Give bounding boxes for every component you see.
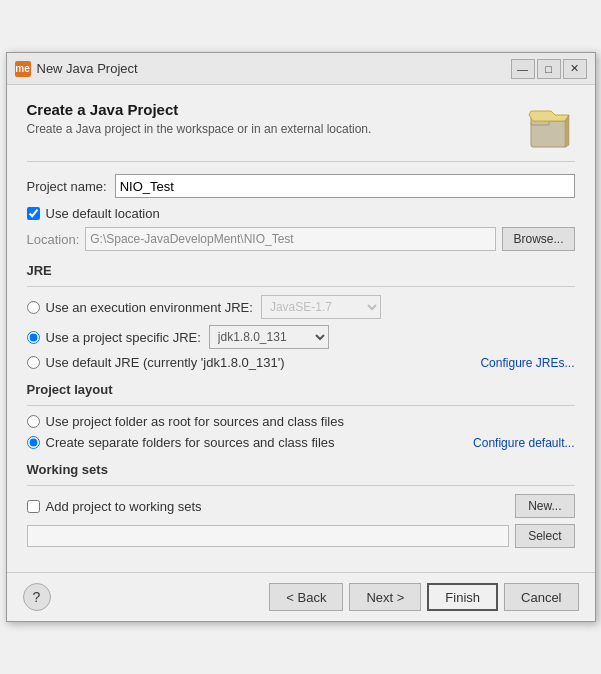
- jre-section-divider: [27, 286, 575, 287]
- layout-option1-row: Use project folder as root for sources a…: [27, 414, 575, 429]
- browse-button[interactable]: Browse...: [502, 227, 574, 251]
- layout-option1-label: Use project folder as root for sources a…: [46, 414, 344, 429]
- jre-option1-select[interactable]: JavaSE-1.7: [261, 295, 381, 319]
- titlebar: me New Java Project — □ ✕: [7, 53, 595, 85]
- default-location-row: Use default location: [27, 206, 575, 221]
- page-title: Create a Java Project: [27, 101, 372, 118]
- jre-option1-label: Use an execution environment JRE:: [46, 300, 253, 315]
- header-divider: [27, 161, 575, 162]
- jre-section-title: JRE: [27, 263, 575, 278]
- jre-option3-row: Use default JRE (currently 'jdk1.8.0_131…: [27, 355, 575, 370]
- working-sets-section: Working sets Add project to working sets…: [27, 462, 575, 548]
- layout-option2-radio[interactable]: [27, 436, 40, 449]
- back-button[interactable]: < Back: [269, 583, 343, 611]
- button-bar: ? < Back Next > Finish Cancel: [7, 572, 595, 621]
- location-label: Location:: [27, 232, 80, 247]
- page-header: Create a Java Project Create a Java proj…: [27, 101, 575, 149]
- working-sets-input-row: Select: [27, 524, 575, 548]
- close-button[interactable]: ✕: [563, 59, 587, 79]
- page-subtitle: Create a Java project in the workspace o…: [27, 122, 372, 136]
- header-icon: [527, 101, 575, 149]
- cancel-button[interactable]: Cancel: [504, 583, 578, 611]
- jre-option1-row: Use an execution environment JRE: JavaSE…: [27, 295, 575, 319]
- add-to-working-sets-label: Add project to working sets: [46, 499, 202, 514]
- project-name-input[interactable]: [115, 174, 575, 198]
- window-title: New Java Project: [37, 61, 138, 76]
- working-sets-divider: [27, 485, 575, 486]
- use-default-location-checkbox[interactable]: [27, 207, 40, 220]
- maximize-button[interactable]: □: [537, 59, 561, 79]
- next-button[interactable]: Next >: [349, 583, 421, 611]
- main-window: me New Java Project — □ ✕ Create a Java …: [6, 52, 596, 622]
- add-to-working-sets-checkbox[interactable]: [27, 500, 40, 513]
- minimize-button[interactable]: —: [511, 59, 535, 79]
- working-sets-input[interactable]: [27, 525, 510, 547]
- jre-option2-radio[interactable]: [27, 331, 40, 344]
- location-row: Location: Browse...: [27, 227, 575, 251]
- configure-jres-link[interactable]: Configure JREs...: [480, 356, 574, 370]
- app-icon: me: [15, 61, 31, 77]
- dialog-content: Create a Java Project Create a Java proj…: [7, 85, 595, 572]
- jre-section: JRE Use an execution environment JRE: Ja…: [27, 263, 575, 370]
- location-input[interactable]: [85, 227, 496, 251]
- layout-section-title: Project layout: [27, 382, 575, 397]
- jre-option2-row: Use a project specific JRE: jdk1.8.0_131: [27, 325, 575, 349]
- layout-option2-label: Create separate folders for sources and …: [46, 435, 335, 450]
- add-to-working-sets-row: Add project to working sets: [27, 499, 202, 514]
- layout-option2-row: Create separate folders for sources and …: [27, 435, 575, 450]
- finish-button[interactable]: Finish: [427, 583, 498, 611]
- new-working-set-button[interactable]: New...: [515, 494, 574, 518]
- use-default-location-label: Use default location: [46, 206, 160, 221]
- svg-marker-3: [565, 115, 569, 147]
- svg-marker-2: [529, 111, 569, 121]
- configure-default-link[interactable]: Configure default...: [473, 436, 574, 450]
- project-name-label: Project name:: [27, 179, 107, 194]
- jre-option3-radio[interactable]: [27, 356, 40, 369]
- jre-option2-label: Use a project specific JRE:: [46, 330, 201, 345]
- layout-section-divider: [27, 405, 575, 406]
- project-name-row: Project name:: [27, 174, 575, 198]
- jre-option2-select[interactable]: jdk1.8.0_131: [209, 325, 329, 349]
- working-sets-title: Working sets: [27, 462, 575, 477]
- jre-option3-label: Use default JRE (currently 'jdk1.8.0_131…: [46, 355, 285, 370]
- layout-option1-radio[interactable]: [27, 415, 40, 428]
- jre-option1-radio[interactable]: [27, 301, 40, 314]
- project-layout-section: Project layout Use project folder as roo…: [27, 382, 575, 450]
- select-working-set-button[interactable]: Select: [515, 524, 574, 548]
- help-button[interactable]: ?: [23, 583, 51, 611]
